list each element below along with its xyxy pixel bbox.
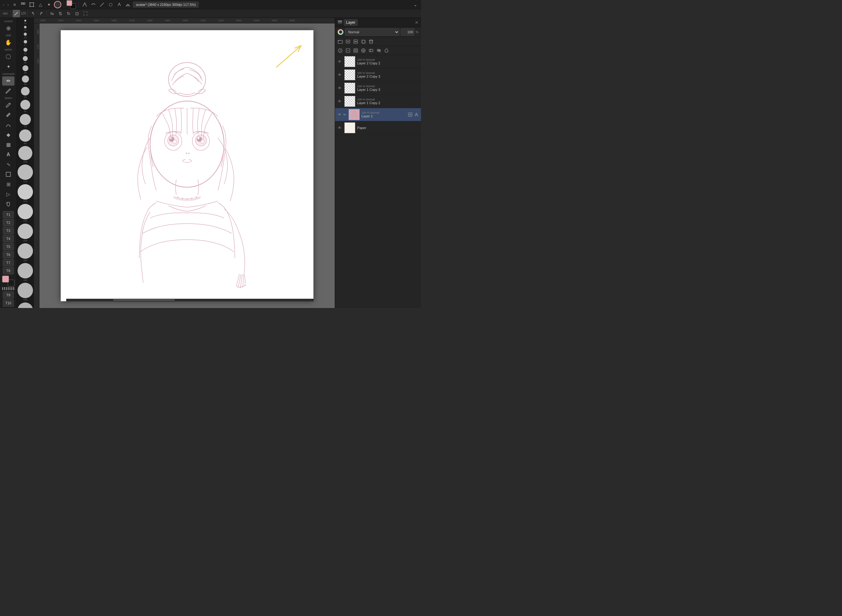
combine-layer-btn[interactable] xyxy=(368,47,375,54)
add-layer-set[interactable] xyxy=(345,38,351,45)
eye-layer1[interactable]: 👁 xyxy=(337,112,342,117)
brush-size-30[interactable]: 30 xyxy=(22,65,28,74)
brush-size-250[interactable]: 250 xyxy=(18,224,33,242)
brush-size-25[interactable]: 25 xyxy=(23,56,28,64)
layer-item-layer1copy3[interactable]: 👁 100 % Normal Layer 1 Copy 3 xyxy=(335,82,421,95)
close-panel-btn[interactable]: ✕ xyxy=(415,20,419,25)
eye-layer2copy2[interactable]: 👁 xyxy=(337,59,342,65)
bucket-tool[interactable] xyxy=(2,199,15,209)
scrollbar-thumb[interactable] xyxy=(113,299,175,301)
layer-color-btn[interactable] xyxy=(383,47,390,54)
select-grid-tool[interactable]: ⊞ xyxy=(2,180,15,189)
duplicate-layer[interactable] xyxy=(360,38,367,45)
figure-tool[interactable]: ∿ xyxy=(2,160,15,169)
layer-item-layer1[interactable]: 👁 ✏ 100 % Normal Layer 1 xyxy=(335,108,421,121)
t5-button[interactable]: T5 xyxy=(3,243,14,251)
merge-layer[interactable] xyxy=(352,38,359,45)
layer-prop-btn[interactable] xyxy=(337,47,344,54)
eye-layer1copy3[interactable]: 👁 xyxy=(337,85,342,91)
brush-tool[interactable] xyxy=(2,86,15,95)
vector-pen-tool[interactable]: ▷ xyxy=(2,189,15,199)
t1-button[interactable]: T1 xyxy=(3,211,14,219)
ruler-tool[interactable]: ✦ xyxy=(45,1,53,8)
canvas-area[interactable]: 1200 1300 1400 1500 1600 1700 1800 1900 … xyxy=(34,18,335,308)
fg-swatch[interactable] xyxy=(2,276,9,282)
flip-h-btn[interactable]: ⇆ xyxy=(48,10,56,17)
gradient-tool[interactable]: ▦ xyxy=(2,140,15,150)
brush-size-150[interactable]: 150 xyxy=(18,184,33,203)
brush-size-60[interactable]: 60 xyxy=(21,100,30,113)
scrollbar-horizontal[interactable] xyxy=(66,299,313,301)
layer1-icon2[interactable] xyxy=(414,112,419,117)
tone-layer-btn[interactable] xyxy=(352,47,359,54)
brush-size-300[interactable]: 300 xyxy=(18,243,33,262)
brush-size-100[interactable]: 100 xyxy=(18,146,32,163)
brush-size-20[interactable]: 20 xyxy=(24,48,28,55)
t2-button[interactable]: T2 xyxy=(3,219,14,226)
pen-pressure-tool[interactable] xyxy=(81,1,88,8)
layer-item-paper[interactable]: 👁 Paper xyxy=(335,121,421,135)
stabilizer-tool[interactable] xyxy=(90,1,97,8)
eraser-tool[interactable] xyxy=(2,110,15,119)
tab-layer[interactable]: Layer xyxy=(344,19,358,26)
brush-size-500[interactable]: 500 xyxy=(18,283,33,301)
brush-size-50[interactable]: 50 xyxy=(21,87,29,98)
brush-size-400[interactable]: 400 xyxy=(18,263,33,282)
color-wheel[interactable] xyxy=(54,1,61,8)
watercolor-tool[interactable] xyxy=(124,1,132,8)
fill-tool[interactable]: ◆ xyxy=(2,130,15,139)
color-mode-indicator[interactable] xyxy=(338,29,344,35)
brush-size-10[interactable]: 10 xyxy=(24,20,27,25)
pen-active-tool[interactable] xyxy=(13,10,20,17)
reference-tool[interactable] xyxy=(116,1,123,8)
layer-color-tool[interactable]: ⬡ xyxy=(107,1,114,8)
sparkle-tool[interactable]: ✦ xyxy=(2,62,15,71)
blend-tool[interactable] xyxy=(2,120,15,129)
brush-size-200[interactable]: 200 xyxy=(18,204,33,222)
t7-button[interactable]: T7 xyxy=(3,259,14,266)
t6-button[interactable]: T6 xyxy=(3,251,14,258)
lasso-tool[interactable] xyxy=(2,52,15,61)
mask-layer-btn[interactable] xyxy=(345,47,351,54)
edit-layer1[interactable]: ✏ xyxy=(342,112,347,117)
snap-tool[interactable] xyxy=(98,1,106,8)
zoom-in-tool[interactable]: ⊕ xyxy=(2,24,15,33)
opacity-input[interactable] xyxy=(401,28,414,36)
layer1-icon1[interactable] xyxy=(407,112,413,117)
nav-back[interactable]: ‹ xyxy=(2,2,5,7)
brush-size-70[interactable]: 70 xyxy=(20,114,31,128)
eye-paper[interactable]: 👁 xyxy=(337,125,342,131)
zoom-fit-btn[interactable]: ⊡ xyxy=(73,10,81,17)
brush-size-600[interactable]: 600 xyxy=(18,302,33,308)
select-rect-tool[interactable] xyxy=(2,170,15,179)
redo-btn[interactable]: ↱ xyxy=(38,10,45,17)
layer-item-layer2copy2[interactable]: 👁 100 % Normal Layer 2 Copy 2 xyxy=(335,55,421,68)
t10-button[interactable]: T10 xyxy=(3,299,14,307)
hand-tool[interactable]: ✋ xyxy=(2,38,15,47)
expand-btn[interactable]: ⌄ xyxy=(412,1,419,8)
rotate-btn[interactable]: ↻ xyxy=(65,10,72,17)
select-tool[interactable] xyxy=(19,1,27,8)
t3-button[interactable]: T3 xyxy=(3,227,14,235)
transform-tool[interactable] xyxy=(28,1,35,8)
eye-layer2copy3[interactable]: 👁 xyxy=(337,72,342,78)
t8-button[interactable]: T8 xyxy=(3,267,14,274)
blend-mode-select[interactable]: Normal Multiply Screen Overlay xyxy=(345,28,400,36)
canvas-white[interactable] xyxy=(61,30,313,301)
delete-layer[interactable] xyxy=(368,38,375,45)
symmetry-tool[interactable]: △ xyxy=(37,1,44,8)
brush-size-17[interactable]: 17 xyxy=(24,40,27,47)
full-screen-btn[interactable]: ⛶ xyxy=(82,10,89,17)
t9-button[interactable]: T9 xyxy=(3,291,14,299)
brush-size-15[interactable]: 15 xyxy=(24,33,27,39)
brush-size-80[interactable]: 80 xyxy=(19,129,31,145)
layer-item-layer2copy3[interactable]: 👁 100 % Normal Layer 2 Copy 3 xyxy=(335,68,421,82)
pattern-swatch[interactable] xyxy=(2,287,15,290)
nav-forward[interactable]: › xyxy=(6,2,10,7)
add-layer-folder[interactable] xyxy=(337,38,344,45)
brush-size-120[interactable]: 120 xyxy=(18,164,33,183)
brush-size-40[interactable]: 40 xyxy=(22,75,29,86)
pencil-tool[interactable] xyxy=(2,100,15,110)
fg-color-chip[interactable] xyxy=(66,0,72,6)
t4-button[interactable]: T4 xyxy=(3,235,14,242)
